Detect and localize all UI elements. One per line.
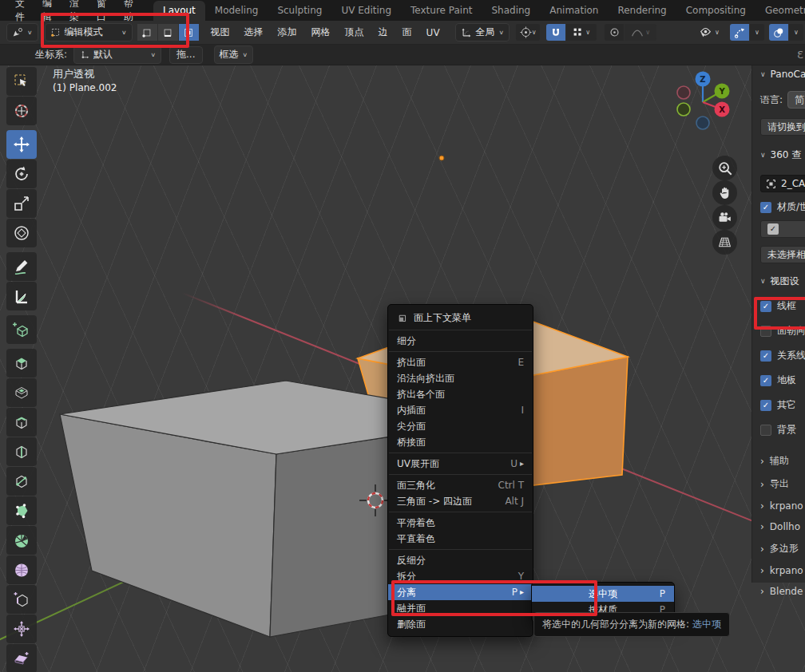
disabled-checkbox[interactable]: ✓ xyxy=(767,223,779,235)
tool-spin-icon[interactable] xyxy=(6,526,37,555)
section-blender[interactable]: › Blende xyxy=(760,586,805,597)
tool-extrude-region-icon[interactable] xyxy=(6,349,37,378)
menu-render[interactable]: 渲染 xyxy=(61,0,88,24)
tool-cursor-icon[interactable] xyxy=(6,97,37,125)
proportional-edit-icon[interactable] xyxy=(605,24,624,41)
menu-select[interactable]: 选择 xyxy=(237,26,271,39)
panel-section-panocam[interactable]: ∨ PanoCamA xyxy=(760,69,805,80)
menu-help[interactable]: 帮助 xyxy=(115,0,142,24)
tab-modeling[interactable]: Modeling xyxy=(205,1,268,21)
gizmos-toggle-icon[interactable] xyxy=(730,24,749,41)
tab-layout[interactable]: Layout xyxy=(153,1,205,21)
switch-language-button[interactable]: 请切换到对 xyxy=(760,118,805,136)
tool-bevel-icon[interactable] xyxy=(6,408,37,437)
tab-animation[interactable]: Animation xyxy=(540,1,608,21)
menu-item-tris-to-quads[interactable]: 三角面 -> 四边面Alt J xyxy=(388,493,533,509)
tab-compositing[interactable]: Compositing xyxy=(676,1,755,21)
tool-smooth-icon[interactable] xyxy=(6,555,37,584)
zoom-icon[interactable] xyxy=(712,156,737,180)
section-krpano-2[interactable]: › krpano xyxy=(760,565,805,576)
menu-item-delete-faces[interactable]: 删除面 xyxy=(388,616,533,632)
tool-knife-icon[interactable] xyxy=(6,467,37,496)
vertex-select-button[interactable] xyxy=(137,24,157,41)
submenu-item-selection[interactable]: 选中项 P xyxy=(532,586,674,602)
menu-item-bridge-faces[interactable]: 桥接面 xyxy=(388,434,533,450)
camera-view-icon[interactable] xyxy=(712,205,737,230)
show-object-types-dropdown[interactable]: ∨ xyxy=(693,24,725,41)
menu-item-shade-flat[interactable]: 平直着色 xyxy=(388,531,533,547)
tab-sculpting[interactable]: Sculpting xyxy=(268,1,331,21)
tool-transform-icon[interactable] xyxy=(6,219,37,247)
menu-add[interactable]: 添加 xyxy=(271,26,304,39)
floor-checkbox[interactable]: ✓ 地板 xyxy=(760,374,805,387)
language-dropdown[interactable]: 简 xyxy=(787,91,805,109)
coord-system-dropdown[interactable]: 默认 ∨ xyxy=(73,45,161,64)
material-world-checkbox[interactable]: ✓ 材质/世界 xyxy=(760,200,805,214)
tab-rendering[interactable]: Rendering xyxy=(608,1,676,21)
tool-rotate-icon[interactable] xyxy=(6,160,37,188)
menu-item-extrude-along-normals[interactable]: 沿法向挤出面 xyxy=(388,370,533,386)
tool-select-box-icon[interactable] xyxy=(6,67,37,96)
tool-measure-icon[interactable] xyxy=(6,282,37,310)
menu-uv[interactable]: UV xyxy=(419,27,447,38)
menu-item-shade-smooth[interactable]: 平滑着色 xyxy=(388,515,533,531)
tab-geometry-nodes[interactable]: Geometry Nodes xyxy=(755,1,805,21)
menu-item-poke-faces[interactable]: 尖分面 xyxy=(388,418,533,434)
drag-button[interactable]: 拖... xyxy=(169,46,202,64)
menu-item-dissolve-faces[interactable]: 融并面 xyxy=(388,600,533,616)
tool-shrink-fatten-icon[interactable] xyxy=(6,615,37,643)
menu-mesh[interactable]: 网格 xyxy=(304,26,338,39)
mode-dropdown[interactable]: 编辑模式 ∨ xyxy=(45,23,133,42)
camera-object-field[interactable]: 2_CAM xyxy=(760,175,805,192)
face-orientation-checkbox[interactable]: 面朝向 xyxy=(760,324,805,338)
menu-vertex[interactable]: 顶点 xyxy=(338,26,371,39)
tool-annotate-icon[interactable] xyxy=(6,252,37,281)
navigation-gizmo[interactable]: Z Y X xyxy=(673,65,734,142)
no-camera-button[interactable]: 未选择相机 xyxy=(760,246,805,263)
tool-edge-slide-icon[interactable] xyxy=(6,585,37,614)
menu-window[interactable]: 窗口 xyxy=(88,0,115,24)
tab-uv-editing[interactable]: UV Editing xyxy=(331,1,401,21)
other-checkbox[interactable]: ✓ 其它 xyxy=(760,398,805,412)
menu-view[interactable]: 视图 xyxy=(204,26,237,39)
gizmos-dropdown[interactable]: ∨ xyxy=(750,24,764,41)
menu-item-separate[interactable]: 分离P▸ xyxy=(388,584,533,600)
snap-with-dropdown[interactable]: ∨ xyxy=(566,24,597,41)
menu-item-subdivide[interactable]: 细分 xyxy=(388,333,533,349)
wireframe-checkbox[interactable]: ✓ 线框 xyxy=(760,299,805,313)
tool-inset-faces-icon[interactable] xyxy=(6,378,37,407)
pan-hand-icon[interactable] xyxy=(712,180,737,205)
edge-select-button[interactable] xyxy=(158,24,178,41)
menu-face[interactable]: 面 xyxy=(395,26,419,39)
overlays-dropdown[interactable]: ∨ xyxy=(789,24,803,41)
menu-item-extrude-faces[interactable]: 挤出面E xyxy=(388,354,533,370)
tool-move-icon[interactable] xyxy=(6,130,37,159)
menu-item-split[interactable]: 拆分Y xyxy=(388,568,533,584)
tool-loop-cut-icon[interactable] xyxy=(6,437,37,466)
tool-poly-build-icon[interactable] xyxy=(6,496,37,525)
background-checkbox[interactable]: 背景 xyxy=(760,423,805,437)
section-polygon[interactable]: › 多边形 xyxy=(760,542,805,555)
tool-shear-icon[interactable] xyxy=(6,644,37,672)
perspective-toggle-icon[interactable] xyxy=(712,230,737,255)
menu-edge[interactable]: 边 xyxy=(371,26,395,39)
menu-file[interactable]: 文件 xyxy=(6,0,34,24)
relationship-lines-checkbox[interactable]: ✓ 关系线 xyxy=(760,349,805,362)
panel-section-view-settings[interactable]: ∨ 视图设 xyxy=(760,275,805,288)
menu-item-unsubdivide[interactable]: 反细分 xyxy=(388,552,533,568)
menu-item-inset-faces[interactable]: 内插面I xyxy=(388,402,533,418)
tab-shading[interactable]: Shading xyxy=(482,1,540,21)
transform-orientation-dropdown[interactable]: 全局 ∨ xyxy=(455,23,510,42)
section-krpano-1[interactable]: › krpano xyxy=(760,500,805,512)
tool-add-cube-icon[interactable] xyxy=(6,315,37,344)
overlays-toggle-icon[interactable] xyxy=(769,24,788,41)
section-export[interactable]: › 导出 xyxy=(760,477,805,491)
section-assist[interactable]: › 辅助 xyxy=(760,454,805,468)
tool-scale-icon[interactable] xyxy=(6,189,37,218)
menu-item-uv-unwrap[interactable]: UV展开面U▸ xyxy=(388,456,533,472)
face-select-button[interactable] xyxy=(179,24,199,41)
section-dollhouse[interactable]: › Dollho xyxy=(760,521,805,532)
menu-edit[interactable]: 编辑 xyxy=(34,0,61,24)
falloff-dropdown[interactable]: ∨ xyxy=(625,24,656,41)
menu-item-triangulate[interactable]: 面三角化Ctrl T xyxy=(388,477,533,493)
